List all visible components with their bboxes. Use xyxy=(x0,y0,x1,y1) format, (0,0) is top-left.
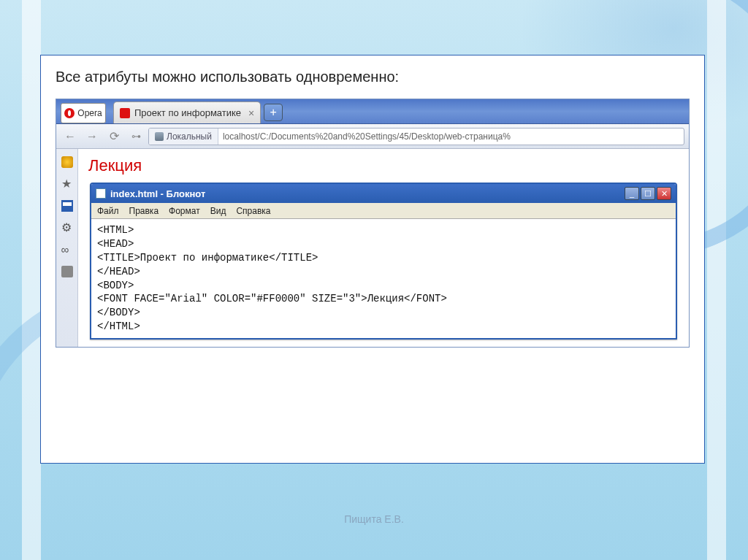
sidebar-at-icon[interactable] xyxy=(61,156,73,168)
address-bar[interactable]: Локальный localhost/C:/Documents%20and%2… xyxy=(148,128,684,145)
page-content: Лекция index.html - Блокнот _ ☐ ✕ xyxy=(78,149,689,347)
minimize-button[interactable]: _ xyxy=(625,187,639,200)
browser-body: ★ ⚙ ∞ Лекция index.html - Блокнот _ xyxy=(56,149,689,347)
address-badge: Локальный xyxy=(149,129,218,145)
nav-reload-button[interactable]: ⟳ xyxy=(104,127,123,146)
new-tab-button[interactable]: + xyxy=(264,104,283,121)
sidebar-mail-icon[interactable] xyxy=(61,200,73,212)
browser-window: Opera Проект по информатике × + ← → ⟳ ⊶ … xyxy=(56,99,690,348)
footer-credit: Пищита Е.В. xyxy=(0,513,748,525)
notepad-title: index.html - Блокнот xyxy=(110,188,205,199)
notepad-window-controls: _ ☐ ✕ xyxy=(625,187,671,200)
sidebar-note-icon[interactable] xyxy=(61,266,73,277)
browser-nav-bar: ← → ⟳ ⊶ Локальный localhost/C:/Documents… xyxy=(56,124,689,149)
opera-logo-icon xyxy=(64,108,75,118)
notepad-menu-bar: Файл Правка Формат Вид Справка xyxy=(91,203,676,219)
notepad-window: index.html - Блокнот _ ☐ ✕ Файл Правка Ф… xyxy=(90,183,677,340)
opera-menu-button[interactable]: Opera xyxy=(61,103,106,123)
menu-help[interactable]: Справка xyxy=(236,206,270,216)
sidebar-star-icon[interactable]: ★ xyxy=(61,178,73,190)
page-heading: Лекция xyxy=(88,156,679,175)
address-badge-label: Локальный xyxy=(167,131,212,142)
notepad-document-icon xyxy=(96,188,106,199)
local-chip-icon xyxy=(155,132,164,141)
browser-tab-active[interactable]: Проект по информатике × xyxy=(113,101,261,123)
slide-card: Все атрибуты можно использовать одноврем… xyxy=(40,55,705,464)
close-button[interactable]: ✕ xyxy=(657,187,671,200)
menu-file[interactable]: Файл xyxy=(97,206,119,216)
tab-favicon-icon xyxy=(120,108,130,118)
nav-back-button[interactable]: ← xyxy=(61,127,80,146)
address-url: localhost/C:/Documents%20and%20Settings/… xyxy=(218,131,515,142)
notepad-titlebar[interactable]: index.html - Блокнот _ ☐ ✕ xyxy=(91,184,676,203)
tab-title: Проект по информатике xyxy=(134,107,241,118)
sidebar-share-icon[interactable]: ∞ xyxy=(61,244,73,256)
menu-format[interactable]: Формат xyxy=(169,206,200,216)
slide-title: Все атрибуты можно использовать одноврем… xyxy=(56,69,690,85)
nav-key-icon[interactable]: ⊶ xyxy=(126,127,145,146)
notepad-text-area[interactable]: <HTML> <HEAD> <TITLE>Проект по информати… xyxy=(91,219,676,338)
tab-close-icon[interactable]: × xyxy=(248,107,254,119)
menu-view[interactable]: Вид xyxy=(210,206,226,216)
nav-forward-button[interactable]: → xyxy=(83,127,102,146)
browser-tab-bar: Opera Проект по информатике × + xyxy=(56,99,689,124)
menu-edit[interactable]: Правка xyxy=(129,206,159,216)
sidebar-gear-icon[interactable]: ⚙ xyxy=(61,222,73,234)
browser-sidebar: ★ ⚙ ∞ xyxy=(56,149,78,347)
maximize-button[interactable]: ☐ xyxy=(641,187,655,200)
opera-label: Opera xyxy=(77,108,102,118)
